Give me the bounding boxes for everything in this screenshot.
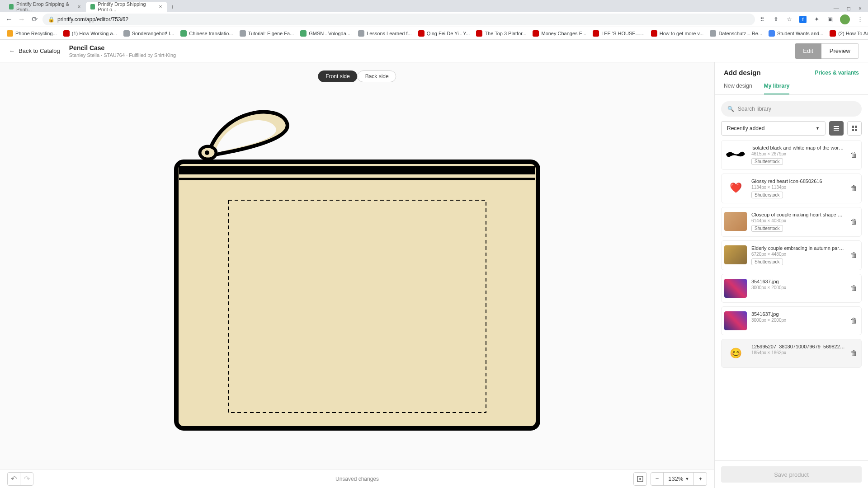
recenter-button[interactable]: [633, 472, 647, 486]
save-product-button[interactable]: Save product: [721, 466, 862, 483]
list-view-button[interactable]: [829, 121, 844, 136]
preview-button[interactable]: Preview: [821, 43, 859, 59]
bookmark-item[interactable]: Qing Fei De Yi - Y...: [416, 30, 472, 37]
redo-button[interactable]: ↷: [20, 473, 33, 485]
share-icon[interactable]: ⇪: [772, 16, 779, 23]
close-window-icon[interactable]: ×: [859, 5, 862, 12]
zoom-in-button[interactable]: +: [694, 473, 707, 485]
fb-icon[interactable]: f: [799, 16, 807, 23]
edit-button[interactable]: Edit: [795, 43, 821, 59]
browser-tab-active[interactable]: Printify Drop Shipping Print o... ×: [86, 2, 167, 12]
menu-icon[interactable]: ⋮: [856, 16, 863, 23]
library-thumbnail: [724, 279, 747, 298]
library-thumbnail: [724, 145, 747, 164]
search-icon: 🔍: [727, 106, 734, 112]
bookmark-item[interactable]: Chinese translatio...: [178, 30, 235, 37]
trash-icon[interactable]: 🗑: [850, 218, 859, 226]
bookmark-item[interactable]: Sonderangebot! I...: [121, 30, 177, 37]
prices-variants-link[interactable]: Prices & variants: [815, 70, 859, 76]
bookmark-item[interactable]: (1) How Working a...: [61, 30, 119, 37]
bookmark-item[interactable]: How to get more v...: [649, 30, 706, 37]
zoom-dropdown[interactable]: 132% ▼: [663, 473, 694, 485]
bookmark-item[interactable]: Money Changes E...: [530, 30, 589, 37]
back-side-tab[interactable]: Back side: [358, 70, 396, 82]
bookmark-item[interactable]: LEE 'S HOUSE—...: [590, 30, 647, 37]
library-item-dims: 6720px × 4480px: [751, 252, 846, 257]
library-item-name: Closeup of couple making heart shape wit…: [751, 212, 846, 217]
close-icon[interactable]: ×: [159, 5, 163, 9]
maximize-icon[interactable]: □: [847, 5, 850, 12]
nav-back-icon[interactable]: ←: [5, 15, 14, 24]
bookmark-favicon-icon: [533, 30, 539, 37]
reload-icon[interactable]: ⟳: [30, 15, 39, 24]
bookmark-favicon-icon: [63, 30, 70, 37]
tab-my-library[interactable]: My library: [764, 83, 790, 94]
bookmark-item[interactable]: Lessons Learned f...: [356, 30, 414, 37]
bookmark-item[interactable]: (2) How To Add A...: [827, 30, 868, 37]
close-icon[interactable]: ×: [78, 5, 81, 9]
url-field[interactable]: 🔒 printify.com/app/editor/753/62: [42, 14, 755, 25]
undo-button[interactable]: ↶: [8, 473, 20, 485]
sort-dropdown[interactable]: Recently added ▼: [721, 121, 826, 136]
svg-rect-13: [852, 129, 854, 131]
undo-redo-group: ↶ ↷: [7, 472, 33, 486]
minimize-icon[interactable]: —: [834, 5, 839, 12]
grid-view-button[interactable]: [847, 121, 862, 136]
svg-point-1: [205, 150, 209, 155]
library-item[interactable]: Elderly couple embracing in autumn park …: [721, 240, 862, 270]
browser-tab[interactable]: Printify Drop Shipping & Printi... ×: [5, 2, 86, 12]
svg-point-7: [639, 478, 641, 480]
bookmark-item[interactable]: The Top 3 Platfor...: [474, 30, 528, 37]
bookmark-item[interactable]: Datenschutz – Re...: [708, 30, 764, 37]
library-item[interactable]: 3541637.jpg 3000px × 2000px 🗑: [721, 274, 862, 303]
arrow-left-icon: ←: [9, 47, 15, 54]
url-text: printify.com/app/editor/753/62: [57, 16, 128, 23]
star-icon[interactable]: ☆: [786, 16, 793, 23]
trash-icon[interactable]: 🗑: [850, 284, 859, 292]
extensions-icon[interactable]: ✦: [813, 16, 820, 23]
app-header: ← Back to Catalog Pencil Case Stanley St…: [0, 40, 868, 62]
library-item[interactable]: Isolated black and white map of the word…: [721, 140, 862, 170]
zoom-out-button[interactable]: −: [651, 473, 664, 485]
bookmark-favicon-icon: [7, 30, 13, 37]
library-item[interactable]: Closeup of couple making heart shape wit…: [721, 207, 862, 237]
bookmark-item[interactable]: GMSN - Vologda,...: [298, 30, 354, 37]
library-item[interactable]: ❤️ Glossy red heart icon-68502616 1134px…: [721, 174, 862, 203]
new-tab-button[interactable]: +: [167, 2, 177, 12]
panel-icon[interactable]: ▣: [826, 16, 834, 23]
bookmark-item[interactable]: Tutorial: Eigene Fa...: [237, 30, 297, 37]
library-item-name: 125995207_380307100079679_5698227533...: [751, 344, 846, 349]
bookmark-item[interactable]: Phone Recycling...: [5, 30, 59, 37]
profile-avatar[interactable]: [840, 14, 850, 24]
bookmark-favicon-icon: [180, 30, 187, 37]
trash-icon[interactable]: 🗑: [850, 184, 859, 192]
library-thumbnail: [724, 245, 747, 264]
chevron-down-icon: ▼: [816, 126, 820, 131]
library-item-source: Shutterstock: [751, 225, 783, 232]
panel-title: Add design: [724, 69, 761, 76]
side-selector: Front side Back side: [318, 70, 396, 82]
trash-icon[interactable]: 🗑: [850, 349, 859, 357]
library-search-input[interactable]: 🔍 Search library: [721, 101, 862, 117]
library-item-dims: 3000px × 2000px: [751, 285, 846, 290]
library-item-name: Elderly couple embracing in autumn park …: [751, 245, 846, 251]
translate-icon[interactable]: ⠿: [759, 16, 766, 23]
canvas-footer: ↶ ↷ Unsaved changes − 132% ▼ +: [0, 469, 714, 488]
trash-icon[interactable]: 🗑: [850, 317, 859, 325]
back-to-catalog-link[interactable]: ← Back to Catalog: [9, 47, 60, 54]
library-item[interactable]: 3541637.jpg 3000px × 2000px 🗑: [721, 306, 862, 335]
nav-forward-icon[interactable]: →: [17, 15, 26, 24]
design-canvas[interactable]: Front side Back side: [0, 62, 714, 488]
trash-icon[interactable]: 🗑: [850, 251, 859, 259]
front-side-tab[interactable]: Front side: [318, 70, 357, 82]
svg-rect-11: [852, 126, 854, 128]
bookmark-favicon-icon: [418, 30, 425, 37]
library-item-name: Isolated black and white map of the word…: [751, 145, 846, 150]
bookmark-item[interactable]: Student Wants and...: [766, 30, 826, 37]
trash-icon[interactable]: 🗑: [850, 151, 859, 159]
product-mockup: [172, 94, 542, 433]
bookmark-favicon-icon: [476, 30, 482, 37]
tab-new-design[interactable]: New design: [724, 83, 752, 94]
product-info: Pencil Case Stanley Stella · STAU764 · F…: [69, 44, 176, 58]
library-item[interactable]: 😊 125995207_380307100079679_5698227533..…: [721, 339, 862, 368]
